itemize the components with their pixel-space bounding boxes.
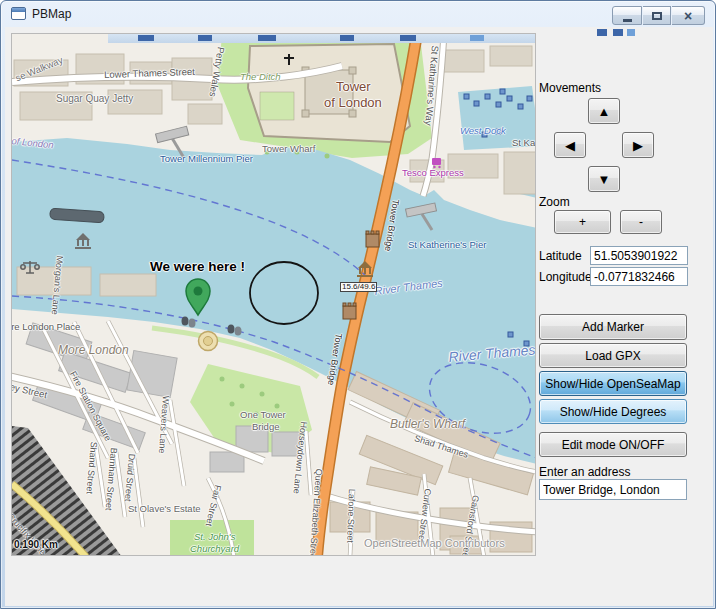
marker-label: We were here ! — [150, 260, 245, 274]
longitude-label: Longitude — [539, 270, 592, 284]
move-up-button[interactable]: ▲ — [588, 98, 620, 124]
map-label: of London — [324, 96, 382, 109]
address-label: Enter an address — [539, 465, 630, 479]
toggle-openseamap-button[interactable]: Show/Hide OpenSeaMap — [539, 371, 687, 396]
zoom-in-button[interactable]: + — [554, 210, 611, 234]
map-label: St Olave's Estate — [128, 504, 201, 514]
map-label: Queen Elizabeth Street — [308, 468, 323, 556]
longitude-input[interactable] — [590, 267, 688, 286]
map-label: The Ditch — [240, 72, 281, 82]
app-window: PBMap × — [0, 0, 716, 609]
app-icon — [11, 7, 26, 20]
maximize-button[interactable] — [643, 6, 671, 25]
map-label: Weavers Lane — [157, 395, 170, 453]
map-label: Bridge — [252, 422, 279, 432]
map-label: Tesco Express — [402, 168, 464, 178]
map-label: St. John's — [194, 532, 235, 542]
add-marker-button[interactable]: Add Marker — [539, 314, 687, 340]
window-title: PBMap — [32, 7, 71, 21]
map-label: More London — [58, 344, 129, 356]
titlebar[interactable]: PBMap × — [1, 1, 715, 27]
map-label: St Katherine's Pier — [408, 240, 486, 250]
map-label: Fair Street — [204, 484, 222, 527]
arrow-down-icon: ▼ — [598, 172, 611, 187]
edit-mode-button[interactable]: Edit mode ON/OFF — [539, 432, 687, 457]
map-label: More London Place — [11, 322, 80, 332]
latitude-label: Latitude — [539, 249, 582, 263]
map-label: St Katharine's Way — [424, 45, 440, 126]
map-label: Morgan's Lane — [50, 255, 64, 315]
map-label: River Thames — [448, 342, 536, 364]
latitude-input[interactable] — [590, 246, 688, 265]
move-right-button[interactable]: ▶ — [622, 132, 654, 158]
map-label: Tower Millennium Pier — [160, 154, 253, 164]
map-label: Druid Street — [123, 453, 136, 502]
map-label: Curlew Street — [416, 488, 432, 543]
map-label: Barnham Street — [104, 447, 118, 511]
map-label: Lafone Street — [345, 489, 356, 543]
zoom-out-button[interactable]: - — [620, 210, 662, 234]
movements-label: Movements — [539, 81, 601, 95]
move-down-button[interactable]: ▼ — [588, 166, 620, 192]
map-label: of London — [11, 136, 54, 150]
map-label: Shand Street — [84, 441, 98, 494]
client-area: se WalkwaySugar Quay JettyLower Thames S… — [5, 27, 713, 606]
arrow-right-icon: ▶ — [633, 138, 643, 153]
close-button[interactable]: × — [672, 6, 705, 25]
toggle-degrees-button[interactable]: Show/Hide Degrees — [539, 399, 687, 424]
minimize-icon — [623, 19, 632, 22]
address-input[interactable] — [539, 479, 687, 500]
load-gpx-button[interactable]: Load GPX — [539, 343, 687, 368]
map-label: Tower Bridge — [326, 333, 343, 386]
map-label: Tower Wharf — [262, 144, 315, 154]
move-left-button[interactable]: ◀ — [554, 132, 586, 158]
map-label: Horseydown Lane — [291, 421, 308, 494]
map-scale: 0.190 Km — [14, 540, 58, 550]
map-label: Sugar Quay Jetty — [56, 94, 133, 104]
minimize-button[interactable] — [612, 6, 642, 25]
map-label: se Walkway — [14, 55, 64, 83]
map-labels-layer: se WalkwaySugar Quay JettyLower Thames S… — [12, 34, 535, 555]
map-label: Butler's Wharf — [390, 418, 465, 430]
zoom-label: Zoom — [539, 195, 570, 209]
map-label: Tower — [336, 80, 371, 93]
map-label: Tooley Street — [11, 378, 48, 400]
map-canvas[interactable]: se WalkwaySugar Quay JettyLower Thames S… — [11, 33, 536, 556]
map-label: One Tower — [240, 410, 286, 420]
map-label: St Katharine — [512, 138, 536, 148]
map-label: Tower Bridge — [383, 199, 400, 252]
close-icon: × — [684, 8, 692, 24]
map-label: Fire Station Square — [68, 370, 112, 443]
arrow-up-icon: ▲ — [598, 104, 611, 119]
map-label: River Thames — [374, 278, 443, 297]
tile-artifact — [597, 29, 637, 37]
map-attribution: OpenStreetMap Contributors — [364, 538, 505, 549]
map-label: Lower Thames Street — [104, 67, 195, 80]
map-label: Churchyard — [190, 544, 239, 554]
map-label: Petty Wales — [208, 46, 226, 97]
map-label: 15.6/49.6 — [340, 282, 377, 292]
map-label: Shad Thames — [413, 434, 469, 460]
arrow-left-icon: ◀ — [565, 138, 575, 153]
map-label: West Dock — [460, 126, 506, 136]
maximize-icon — [652, 12, 662, 20]
